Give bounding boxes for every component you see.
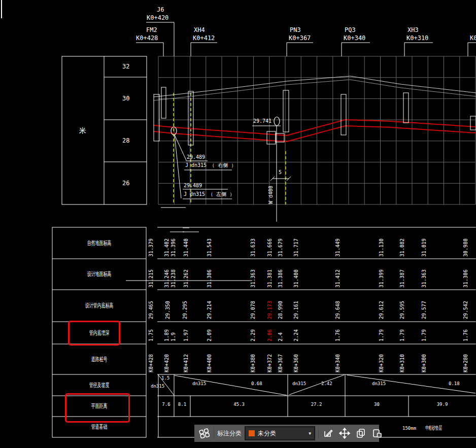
invert-burial-depth-value: 1.97 bbox=[184, 329, 189, 341]
toolbar-separator bbox=[214, 427, 214, 439]
drawing-texts: K0+420J6K0+428FM2K0+412XH4K0+367PN3K0+34… bbox=[0, 0, 476, 448]
flag-station: K0+310 bbox=[406, 35, 428, 41]
table-row-label: 道路桩号 bbox=[68, 356, 130, 362]
copy-button[interactable] bbox=[354, 427, 367, 440]
flag-name: J6 bbox=[157, 7, 164, 13]
road-station-value: K0+420 bbox=[164, 354, 169, 372]
road-station-value: K0+380 bbox=[251, 354, 256, 372]
table-row-label: 自然地面标高 bbox=[68, 240, 130, 246]
pipe-diameter: dn315 bbox=[372, 382, 386, 386]
design-ground-elevation-value: 31.306 bbox=[463, 269, 468, 288]
pipe-diameter: dn315 bbox=[292, 382, 306, 386]
flag-name: PN3 bbox=[290, 27, 301, 33]
toolbar-separator bbox=[318, 427, 319, 439]
design-invert-elevation-value: 29.078 bbox=[251, 301, 256, 319]
invert-burial-depth-value: 1.9 bbox=[171, 332, 176, 341]
cad-viewport[interactable]: K0+420J6K0+428FM2K0+412XH4K0+367PN3K0+34… bbox=[0, 0, 476, 448]
natural-ground-elevation-value: 31.402 bbox=[164, 238, 169, 257]
design-invert-elevation-value: 29.648 bbox=[335, 301, 341, 319]
plan-distance-value: 7.6 bbox=[158, 402, 174, 407]
road-station-value: K0+320 bbox=[379, 354, 384, 372]
pipe-annotation: J dn315 （ 左侧 ） bbox=[184, 192, 234, 197]
table-row-label: 管径及坡度 bbox=[68, 382, 130, 388]
pipe-annotation: J dn315 （ 右侧 ） bbox=[185, 163, 236, 168]
design-ground-elevation-value: 31.363 bbox=[251, 269, 256, 288]
invert-burial-depth-value: 2.06 bbox=[267, 329, 273, 341]
design-ground-elevation-value: 31.400 bbox=[294, 269, 299, 288]
invert-burial-depth-value: 2.4 bbox=[278, 332, 283, 341]
edit-annotation-button[interactable] bbox=[322, 427, 335, 440]
design-invert-elevation-value: 28.990 bbox=[278, 301, 283, 319]
design-ground-elevation-value: 31.238 bbox=[171, 269, 176, 288]
natural-ground-elevation-value: 31.019 bbox=[422, 238, 427, 257]
highlight-box-burial-depth bbox=[68, 321, 120, 346]
dimension-label: 5 bbox=[279, 170, 282, 175]
pipe-slope: 0.18 bbox=[449, 382, 460, 386]
invert-burial-depth-value: 1.89 bbox=[164, 329, 169, 341]
crossing-pipe-label: W d400 bbox=[268, 186, 274, 204]
invert-burial-depth-value: 1.76 bbox=[463, 329, 468, 341]
road-station-value: K0+428 bbox=[149, 354, 154, 372]
natural-ground-elevation-value: 31.130 bbox=[379, 238, 384, 257]
invert-burial-depth-value: 2.29 bbox=[251, 329, 256, 341]
foundation-material: 中粗砂垫层 bbox=[425, 425, 442, 431]
category-dropdown[interactable]: 未分类 ▼ bbox=[245, 426, 315, 440]
design-invert-elevation-value: 29.465 bbox=[149, 301, 154, 319]
chevron-down-icon: ▼ bbox=[309, 431, 311, 436]
design-ground-elevation-value: 31.387 bbox=[400, 269, 405, 288]
design-invert-elevation-value: 29.577 bbox=[422, 301, 427, 319]
invert-burial-depth-value: 2.24 bbox=[294, 329, 299, 341]
scale-tick: 30 bbox=[122, 95, 129, 101]
natural-ground-elevation-value: 31.679 bbox=[278, 238, 283, 257]
plan-distance-value: 45.3 bbox=[190, 402, 288, 407]
natural-ground-elevation-value: 31.082 bbox=[400, 238, 405, 257]
road-station-value: K0+372 bbox=[267, 354, 273, 372]
move-button[interactable] bbox=[338, 427, 351, 440]
design-invert-elevation-value: 29.173 bbox=[267, 301, 273, 319]
design-invert-elevation-value: 29.214 bbox=[207, 301, 212, 319]
invert-burial-depth-value: 2.09 bbox=[207, 329, 212, 341]
invert-burial-depth-value: 1.79 bbox=[422, 329, 427, 341]
category-shapes-icon[interactable] bbox=[197, 427, 211, 440]
plan-distance-value: 30 bbox=[345, 402, 409, 407]
flag-station: K0+420 bbox=[147, 15, 168, 21]
elevation-annotation: 29.489 bbox=[184, 183, 202, 188]
natural-ground-elevation-value: 31.666 bbox=[267, 238, 273, 257]
natural-ground-elevation-value: 31.717 bbox=[294, 238, 299, 257]
invert-burial-depth-value: 1.76 bbox=[335, 329, 341, 341]
elevation-annotation: 29.741 bbox=[253, 119, 271, 124]
road-station-value: K0+400 bbox=[207, 354, 212, 372]
flag-name: FM2 bbox=[146, 27, 157, 33]
pipe-slope: 2.42 bbox=[321, 382, 332, 386]
design-ground-elevation-value: 31.381 bbox=[267, 269, 273, 288]
road-station-value: K0+340 bbox=[335, 354, 341, 372]
toolbar-category-label: 标注分类 bbox=[217, 429, 242, 438]
natural-ground-elevation-value: 31.633 bbox=[251, 238, 256, 257]
scale-unit: 米 bbox=[79, 127, 86, 134]
flag-name: XH4 bbox=[194, 27, 205, 33]
road-station-value: K0+310 bbox=[400, 354, 405, 372]
design-invert-elevation-value: 29.350 bbox=[165, 301, 171, 319]
design-ground-elevation-value: 31.262 bbox=[184, 269, 189, 288]
design-invert-elevation-value: 29.612 bbox=[379, 301, 384, 319]
design-invert-elevation-value: 29.542 bbox=[463, 301, 468, 319]
table-row-label: 设计地面标高 bbox=[68, 271, 130, 277]
flag-station: K0+412 bbox=[193, 35, 215, 41]
invert-burial-depth-value: 1.79 bbox=[379, 329, 384, 341]
elevation-annotation: 29.489 bbox=[187, 155, 205, 160]
paste-button[interactable] bbox=[370, 427, 384, 440]
design-ground-elevation-value: 31.363 bbox=[422, 269, 427, 288]
pipe-diameter: dn315 bbox=[151, 384, 164, 389]
scale-tick: 28 bbox=[122, 137, 129, 144]
foundation-thickness: 150mm bbox=[402, 426, 416, 431]
design-ground-elevation-value: 31.412 bbox=[335, 269, 341, 288]
plan-distance-value: 8.1 bbox=[174, 402, 190, 407]
road-station-value: K0+300 bbox=[422, 354, 427, 372]
design-invert-elevation-value: 29.595 bbox=[400, 301, 405, 319]
plan-distance-value: 39.9 bbox=[409, 402, 476, 407]
natural-ground-elevation-value: 31.440 bbox=[184, 238, 189, 257]
road-station-value: K0+367 bbox=[278, 354, 283, 372]
natural-ground-elevation-value: 31.449 bbox=[335, 238, 341, 257]
annotation-toolbar: 标注分类 未分类 ▼ bbox=[194, 425, 379, 442]
design-invert-elevation-value: 29.295 bbox=[183, 301, 188, 319]
